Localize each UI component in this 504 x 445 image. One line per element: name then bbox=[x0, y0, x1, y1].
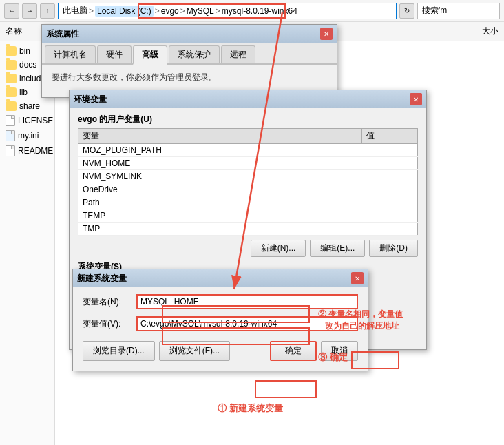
sysprops-close-button[interactable]: ✕ bbox=[320, 28, 333, 40]
folder-icon bbox=[6, 74, 17, 83]
envvars-close-button[interactable]: ✕ bbox=[410, 93, 422, 105]
sidebar-item-label: share bbox=[19, 101, 40, 111]
tab-remote[interactable]: 远程 bbox=[221, 45, 255, 63]
folder-icon bbox=[6, 101, 17, 111]
newvar-title: 新建系统变量 bbox=[77, 273, 127, 284]
refresh-button[interactable]: ↻ bbox=[399, 3, 414, 19]
table-row[interactable]: TEMP bbox=[78, 209, 418, 222]
address-part-3: evgo bbox=[161, 6, 179, 16]
newvar-body: 变量名(N): 变量值(V): 浏览目录(D)... 浏览文件(F)... 确定… bbox=[73, 287, 368, 371]
sidebar-item-label: my.ini bbox=[18, 131, 39, 141]
sidebar-item-label: docs bbox=[19, 60, 36, 70]
newvar-browse-buttons: 浏览目录(D)... 浏览文件(F)... 确定 取消 bbox=[83, 338, 358, 364]
varvalue-input[interactable] bbox=[136, 316, 358, 331]
sidebar-item-share[interactable]: share bbox=[0, 99, 54, 113]
user-edit-button[interactable]: 编辑(E)... bbox=[310, 240, 365, 257]
col-var-value: 值 bbox=[362, 129, 418, 144]
toolbar2-size: 大小 bbox=[482, 25, 498, 37]
tab-sysprotect[interactable]: 系统保护 bbox=[169, 45, 220, 63]
sidebar-item-label: LICENSE bbox=[18, 116, 53, 125]
table-row[interactable]: TMP bbox=[78, 222, 418, 236]
sidebar-item-label: README bbox=[18, 146, 53, 156]
up-button[interactable]: ↑ bbox=[40, 3, 55, 19]
address-part-5: mysql-8.0.19-winx64 bbox=[222, 6, 297, 16]
col-var-name: 变量 bbox=[78, 129, 362, 144]
user-vars-label: evgo 的用户变量(U) bbox=[78, 114, 418, 125]
file-icon bbox=[6, 130, 15, 141]
varvalue-row: 变量值(V): bbox=[83, 316, 358, 331]
toolbar2-label: 名称 bbox=[6, 25, 22, 37]
newvar-cancel-button[interactable]: 取消 bbox=[321, 341, 358, 361]
tab-computername[interactable]: 计算机名 bbox=[45, 45, 96, 63]
sidebar: bin docs include lib share LICENSE bbox=[0, 41, 55, 445]
sysprops-titlebar[interactable]: 系统属性 ✕ bbox=[42, 25, 337, 43]
folder-icon bbox=[6, 46, 17, 56]
search-input[interactable] bbox=[417, 3, 500, 19]
explorer-toolbar: ← → ↑ 此电脑 > Local Disk (C:) > evgo > MyS… bbox=[0, 0, 504, 22]
file-icon bbox=[6, 115, 15, 126]
back-button[interactable]: ← bbox=[4, 3, 19, 19]
sysprops-note: 要进行大多数更改，你必须作为管理员登录。 bbox=[52, 72, 327, 83]
user-vars-table: 变量 值 MOZ_PLUGIN_PATH NVM_HOME NVM_SYMLIN… bbox=[78, 128, 418, 236]
folder-icon bbox=[6, 60, 17, 70]
sidebar-item-readme[interactable]: README bbox=[0, 143, 54, 158]
varname-input[interactable] bbox=[136, 294, 358, 309]
address-part-4: MySQL bbox=[187, 6, 214, 16]
user-new-button[interactable]: 新建(N)... bbox=[251, 240, 306, 257]
sidebar-item-label: bin bbox=[19, 46, 30, 56]
address-part-2: Local Disk (C:) bbox=[95, 6, 154, 17]
varvalue-label: 变量值(V): bbox=[83, 318, 131, 330]
newvar-titlebar[interactable]: 新建系统变量 ✕ bbox=[73, 269, 368, 287]
tab-advanced[interactable]: 高级 bbox=[133, 45, 167, 65]
sysprops-dialog: 系统属性 ✕ 计算机名 硬件 高级 系统保护 远程 要进行大多数更改，你必须作为… bbox=[41, 24, 337, 98]
sysprops-tabs: 计算机名 硬件 高级 系统保护 远程 bbox=[42, 43, 337, 65]
table-row[interactable]: NVM_SYMLINK bbox=[78, 170, 418, 183]
tab-hardware[interactable]: 硬件 bbox=[97, 45, 132, 63]
sidebar-item-license[interactable]: LICENSE bbox=[0, 113, 54, 128]
envvars-titlebar[interactable]: 环境变量 ✕ bbox=[70, 90, 426, 108]
forward-button[interactable]: → bbox=[22, 3, 37, 19]
user-delete-button[interactable]: 删除(D) bbox=[369, 240, 418, 257]
newvar-ok-button[interactable]: 确定 bbox=[270, 341, 317, 361]
table-row[interactable]: NVM_HOME bbox=[78, 157, 418, 170]
table-row[interactable]: OneDrive bbox=[78, 183, 418, 196]
browse-dir-button[interactable]: 浏览目录(D)... bbox=[83, 341, 155, 361]
varname-row: 变量名(N): bbox=[83, 294, 358, 309]
sysprops-title: 系统属性 bbox=[46, 28, 79, 40]
newvar-dialog: 新建系统变量 ✕ 变量名(N): 变量值(V): 浏览目录(D)... 浏览文件… bbox=[72, 269, 368, 371]
sidebar-item-label: lib bbox=[19, 87, 28, 97]
table-row[interactable]: Path bbox=[78, 196, 418, 209]
user-var-buttons: 新建(N)... 编辑(E)... 删除(D) bbox=[78, 240, 418, 257]
newvar-close-button[interactable]: ✕ bbox=[351, 272, 364, 284]
varname-label: 变量名(N): bbox=[83, 296, 131, 308]
folder-icon bbox=[6, 87, 17, 97]
browse-file-button[interactable]: 浏览文件(F)... bbox=[159, 341, 230, 361]
address-bar[interactable]: 此电脑 > Local Disk (C:) > evgo > MySQL > m… bbox=[58, 3, 397, 19]
table-row[interactable]: MOZ_PLUGIN_PATH bbox=[78, 144, 418, 157]
file-icon bbox=[6, 145, 15, 156]
address-part-1: 此电脑 bbox=[63, 5, 87, 17]
envvars-title: 环境变量 bbox=[74, 94, 107, 105]
sidebar-item-myini[interactable]: my.ini bbox=[0, 128, 54, 143]
